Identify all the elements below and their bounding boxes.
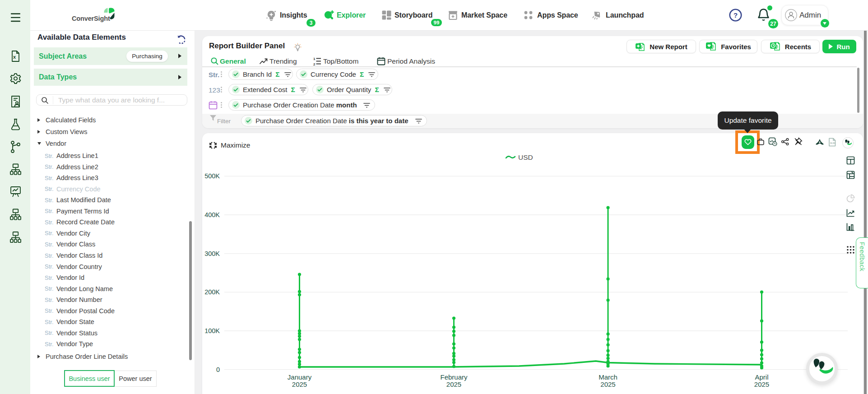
svg-text:200K: 200K [204,288,220,296]
svg-text:2: 2 [313,62,316,65]
svg-text:2025: 2025 [754,380,769,388]
svg-text:x: x [13,54,16,60]
svg-text:March: March [599,373,617,381]
svg-text:XLSX: XLSX [830,142,836,144]
svg-text:400K: 400K [204,211,220,218]
svg-text:January: January [288,373,312,381]
svg-text:April: April [755,373,768,381]
svg-text:300K: 300K [204,250,220,257]
svg-text:100K: 100K [204,327,220,334]
svg-text:0: 0 [216,366,220,373]
svg-text:1: 1 [313,57,316,61]
svg-text:500K: 500K [204,172,220,180]
svg-text:2025: 2025 [446,380,461,388]
svg-text:?: ? [733,11,738,19]
svg-text:2025: 2025 [600,380,615,388]
svg-text:February: February [440,373,468,381]
svg-text:2025: 2025 [292,380,307,388]
